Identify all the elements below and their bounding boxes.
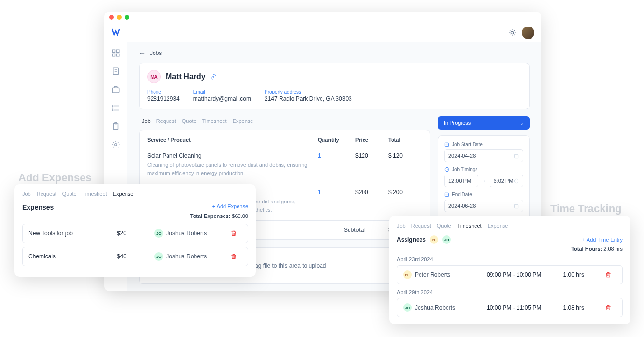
status-dropdown[interactable]: In Progress ⌄ (438, 116, 530, 130)
email-label: Email (193, 89, 251, 94)
briefcase-icon[interactable] (112, 85, 120, 94)
svg-rect-22 (514, 154, 518, 158)
breadcrumb: ← Jobs (139, 49, 530, 57)
dashboard-icon[interactable] (112, 49, 120, 57)
assignees-label: Assignees (397, 236, 426, 243)
time-person: Peter Roberts (415, 271, 450, 278)
tab-quote[interactable]: Quote (182, 118, 196, 124)
link-icon[interactable] (210, 74, 216, 80)
expense-name: Chemicals (28, 253, 117, 260)
person-chip: JO (154, 252, 163, 261)
time-from-input[interactable]: 12:00 PM (444, 175, 478, 187)
list-icon[interactable] (112, 104, 120, 112)
time-entry-row: PEPeter Roberts 09:00 PM - 10:00 PM 1.00… (397, 265, 623, 284)
svg-rect-2 (112, 54, 115, 56)
col-quantity: Quantity (318, 137, 351, 143)
tab-timesheet[interactable]: Timesheet (202, 118, 227, 124)
person-chip: PE (403, 270, 412, 279)
tab-timesheet[interactable]: Timesheet (83, 191, 107, 197)
service-total: $ 200 (388, 189, 422, 196)
service-name: Solar Panel Cleaning (147, 152, 314, 159)
expense-name: New Tools for job (28, 230, 117, 237)
expense-amount: $40 (117, 253, 154, 260)
delete-icon[interactable] (605, 271, 612, 278)
back-icon[interactable]: ← (139, 49, 146, 57)
tab-expense[interactable]: Expense (233, 118, 253, 124)
maximize-window-icon[interactable] (125, 15, 129, 20)
phone-value: 9281912934 (147, 95, 180, 102)
minimize-window-icon[interactable] (117, 15, 122, 20)
tab-job[interactable]: Job (22, 191, 31, 197)
svg-point-12 (112, 108, 113, 108)
time-date-header: April 29th 2024 (397, 289, 623, 295)
app-logo[interactable] (111, 27, 121, 39)
expense-person: Joshua Roberts (166, 230, 207, 237)
svg-point-17 (511, 31, 513, 34)
email-value: matthardy@gmail.com (193, 95, 251, 102)
clock-picker-icon (514, 178, 519, 184)
close-window-icon[interactable] (109, 15, 114, 20)
service-total: $ 120 (388, 152, 422, 159)
time-entry-row: JOJoshua Roberts 10:00 PM - 11:05 PM 1.0… (397, 298, 623, 317)
clipboard-icon[interactable] (112, 122, 120, 131)
expense-row: New Tools for job $20 JOJoshua Roberts (22, 224, 248, 243)
document-icon[interactable] (112, 67, 120, 76)
add-expense-button[interactable]: + Add Expense (212, 203, 248, 209)
time-tracking-section-label: Time Tracking (550, 202, 622, 215)
delete-icon[interactable] (605, 304, 612, 311)
start-date-label: Job Start Date (452, 142, 483, 147)
tab-quote[interactable]: Quote (62, 191, 77, 197)
svg-rect-27 (514, 204, 518, 208)
calendar-icon (444, 142, 449, 147)
client-card: MA Matt Hardy Phone 9281912934 Email mat… (139, 63, 530, 109)
time-to-input[interactable]: 6:02 PM (490, 175, 524, 187)
job-tabs: JobRequestQuoteTimesheetExpense (139, 116, 430, 126)
add-time-entry-button[interactable]: + Add Time Entry (582, 237, 623, 243)
tab-request[interactable]: Request (156, 118, 176, 124)
person-chip: JO (154, 229, 163, 238)
status-label: In Progress (444, 120, 471, 126)
tab-job[interactable]: Job (142, 118, 151, 124)
end-date-input[interactable]: 2024-06-28 (444, 200, 523, 212)
calendar-icon (444, 192, 449, 197)
col-price: Price (355, 137, 384, 143)
tab-expense[interactable]: Expense (488, 223, 508, 229)
time-person: Joshua Roberts (415, 304, 455, 311)
tab-timesheet[interactable]: Timesheet (457, 223, 482, 229)
service-description: Cleaning of photovoltaic panels to remov… (147, 161, 314, 177)
tab-request[interactable]: Request (411, 223, 431, 229)
theme-toggle-icon[interactable] (508, 29, 516, 37)
delete-icon[interactable] (230, 253, 237, 260)
tab-expense[interactable]: Expense (113, 191, 134, 197)
svg-point-11 (112, 106, 113, 107)
expenses-title: Expenses (22, 203, 54, 211)
tab-request[interactable]: Request (37, 191, 56, 197)
end-date-label: End Date (452, 192, 472, 197)
total-hours-label: Total Hours: (571, 246, 602, 252)
expenses-section-label: Add Expenses (18, 172, 92, 184)
service-quantity[interactable]: 1 (318, 152, 351, 159)
calendar-picker-icon (514, 203, 519, 209)
svg-rect-7 (112, 88, 119, 93)
timesheet-panel-tabs: JobRequestQuoteTimesheetExpense (397, 223, 623, 229)
title-bar (104, 12, 541, 23)
address-value: 2147 Radio Park Drive, GA 30303 (265, 95, 352, 102)
arrow-right-icon: → (481, 178, 487, 184)
delete-icon[interactable] (230, 230, 237, 237)
address-label: Property address (265, 89, 352, 94)
start-date-input[interactable]: 2024-04-28 (444, 149, 523, 162)
service-quantity[interactable]: 1 (318, 189, 351, 196)
svg-point-16 (114, 144, 117, 146)
person-chip: JO (403, 303, 412, 312)
expense-person: Joshua Roberts (166, 253, 207, 260)
total-expenses-label: Total Expenses: (190, 213, 231, 219)
user-avatar[interactable] (522, 27, 534, 39)
tab-job[interactable]: Job (397, 223, 406, 229)
svg-point-24 (514, 179, 518, 183)
gear-icon[interactable] (112, 140, 120, 149)
service-row: Solar Panel Cleaning Cleaning of photovo… (147, 148, 422, 184)
expense-amount: $20 (117, 230, 154, 237)
col-service: Service / Product (147, 137, 314, 143)
chevron-down-icon: ⌄ (520, 121, 524, 126)
tab-quote[interactable]: Quote (437, 223, 451, 229)
